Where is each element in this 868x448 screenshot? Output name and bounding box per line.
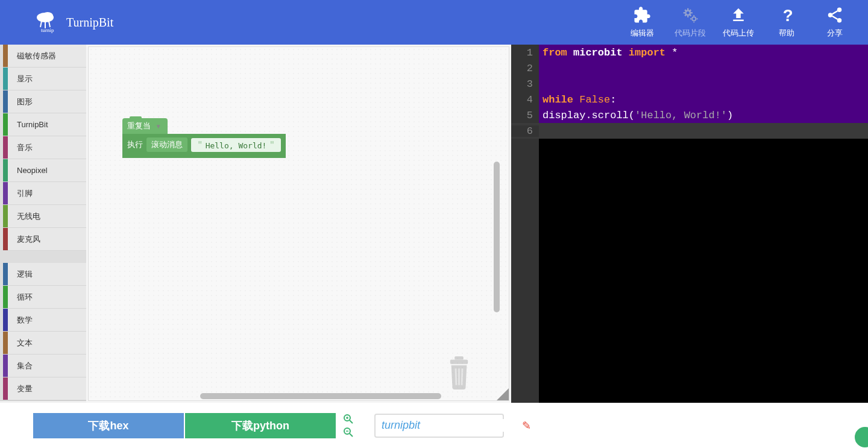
svg-point-7 <box>828 13 833 17</box>
category-color <box>3 263 8 285</box>
nav-snippets[interactable]: 代码片段 <box>666 1 714 43</box>
svg-point-1 <box>42 12 53 19</box>
logo-icon: turnip <box>33 10 57 34</box>
gears-icon <box>681 6 699 24</box>
category-label: 图形 <box>8 96 33 107</box>
scroll-right-icon[interactable]: ► <box>80 402 85 403</box>
category-label: 无线电 <box>8 211 40 222</box>
svg-text:turnip: turnip <box>41 27 54 33</box>
svg-point-4 <box>692 17 696 21</box>
dropdown-icon[interactable]: ▼ <box>156 123 162 130</box>
exec-label: 执行 <box>127 139 143 150</box>
category-item[interactable]: 数学 <box>3 309 86 332</box>
category-separator <box>3 251 86 263</box>
scroll-block[interactable]: 滚动消息 <box>146 137 187 152</box>
code-line-6[interactable]: 6 <box>511 123 868 139</box>
category-label: 集合 <box>8 361 33 371</box>
category-color <box>3 113 8 136</box>
category-label: 麦克风 <box>8 234 40 245</box>
category-color <box>3 68 8 90</box>
svg-line-19 <box>350 434 353 437</box>
svg-line-11 <box>456 368 456 385</box>
workspace-vscroll[interactable] <box>494 162 500 312</box>
zoom-in-button[interactable] <box>342 413 355 425</box>
category-color <box>3 90 8 113</box>
category-item[interactable]: 文本 <box>3 332 86 355</box>
code-line-3[interactable]: 3 <box>511 76 868 92</box>
category-item[interactable]: 集合 <box>3 355 86 377</box>
app-title: TurnipBit <box>66 16 113 30</box>
loop-body[interactable]: 执行 滚动消息 Hello, World! <box>122 134 286 158</box>
download-python-button[interactable]: 下载python <box>185 413 336 438</box>
category-label: 引脚 <box>8 188 33 199</box>
svg-line-15 <box>350 420 353 423</box>
filename-input[interactable] <box>382 419 522 432</box>
main: 磁敏传感器显示图形TurnipBit音乐Neopixel引脚无线电麦克风逻辑循环… <box>0 45 868 403</box>
blockly-workspace[interactable]: 重复当 ▼ 执行 滚动消息 Hello, World! <box>86 45 511 403</box>
category-color <box>3 205 8 227</box>
zoom-in-icon <box>344 414 353 424</box>
zoom-out-button[interactable] <box>342 426 355 438</box>
logo-area: turnip TurnipBit <box>0 10 113 34</box>
category-item[interactable]: 循环 <box>3 286 86 309</box>
upload-icon <box>729 6 747 24</box>
category-color <box>3 332 8 354</box>
category-item[interactable]: 引脚 <box>3 182 86 205</box>
puzzle-icon <box>633 6 651 24</box>
category-label: Neopixel <box>8 166 48 175</box>
loop-header[interactable]: 重复当 ▼ <box>122 118 168 134</box>
svg-rect-9 <box>450 360 468 364</box>
category-color <box>3 159 8 181</box>
header-nav: 编辑器 代码片段 代码上传 ? 帮助 分享 <box>618 1 868 43</box>
category-label: TurnipBit <box>8 120 48 129</box>
code-editor[interactable]: 1 from microbit import * 2 3 <box>511 45 868 403</box>
category-item[interactable]: 无线电 <box>3 205 86 228</box>
footer: 下载hex 下载python ✎ <box>0 403 868 448</box>
category-color <box>3 228 8 250</box>
svg-point-6 <box>837 8 842 13</box>
category-color <box>3 377 8 400</box>
zoom-controls <box>342 413 355 438</box>
sidebar-hscroll[interactable]: ◄ ► <box>0 400 86 403</box>
svg-text:?: ? <box>783 6 793 24</box>
nav-share[interactable]: 分享 <box>811 1 859 43</box>
category-color <box>3 309 8 331</box>
workspace-hscroll[interactable] <box>200 393 441 399</box>
category-color <box>3 355 8 377</box>
pencil-icon[interactable]: ✎ <box>522 419 531 432</box>
category-item[interactable]: 麦克风 <box>3 228 86 251</box>
code-line-4[interactable]: 4 while False: <box>511 92 868 107</box>
scroll-left-icon[interactable]: ◄ <box>1 402 7 403</box>
category-label: 磁敏传感器 <box>8 51 56 62</box>
question-icon: ? <box>778 6 796 24</box>
category-sidebar: 磁敏传感器显示图形TurnipBit音乐Neopixel引脚无线电麦克风逻辑循环… <box>0 45 86 403</box>
resize-handle[interactable] <box>497 388 509 400</box>
loop-block[interactable]: 重复当 ▼ 执行 滚动消息 Hello, World! <box>122 118 286 158</box>
category-item[interactable]: 逻辑 <box>3 263 86 286</box>
filename-box: ✎ <box>374 414 504 438</box>
category-item[interactable]: Neopixel <box>3 159 86 182</box>
trash-icon[interactable] <box>445 356 473 390</box>
category-item[interactable]: 变量 <box>3 377 86 400</box>
nav-help[interactable]: ? 帮助 <box>763 1 811 43</box>
code-line-2[interactable]: 2 <box>511 60 868 76</box>
nav-editor[interactable]: 编辑器 <box>618 1 666 43</box>
canvas[interactable]: 重复当 ▼ 执行 滚动消息 Hello, World! <box>88 46 509 401</box>
svg-line-13 <box>462 368 462 385</box>
category-item[interactable]: TurnipBit <box>3 113 86 136</box>
nav-upload[interactable]: 代码上传 <box>714 1 763 43</box>
zoom-out-icon <box>344 427 353 437</box>
category-label: 变量 <box>8 383 33 394</box>
category-color <box>3 286 8 308</box>
string-block[interactable]: Hello, World! <box>191 138 281 152</box>
category-item[interactable]: 磁敏传感器 <box>3 45 86 68</box>
category-color <box>3 182 8 204</box>
code-line-5[interactable]: 5 display.scroll('Hello, World!') <box>511 107 868 123</box>
download-hex-button[interactable]: 下载hex <box>33 413 184 438</box>
category-item[interactable]: 图形 <box>3 90 86 113</box>
category-label: 循环 <box>8 292 33 303</box>
code-line-1[interactable]: 1 from microbit import * <box>511 45 868 60</box>
category-item[interactable]: 音乐 <box>3 136 86 159</box>
category-item[interactable]: 显示 <box>3 68 86 90</box>
category-label: 显示 <box>8 74 33 84</box>
